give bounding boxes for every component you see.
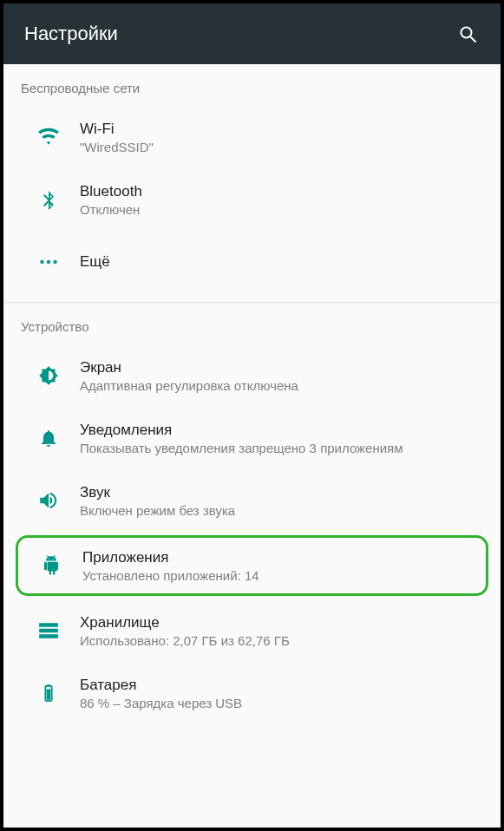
svg-point-3 xyxy=(47,260,50,264)
settings-item-battery[interactable]: Батарея 86 % – Зарядка через USB xyxy=(3,662,501,724)
item-subtitle: Использовано: 2,07 ГБ из 62,76 ГБ xyxy=(80,633,487,648)
storage-icon xyxy=(17,619,80,642)
svg-point-4 xyxy=(53,260,56,264)
item-title: Звук xyxy=(80,484,487,501)
highlighted-item: Приложения Установлено приложений: 14 xyxy=(16,535,488,596)
settings-item-more[interactable]: Ещё xyxy=(3,231,501,293)
item-subtitle: Установлено приложений: 14 xyxy=(82,568,484,583)
settings-item-display[interactable]: Экран Адаптивная регулировка отключена xyxy=(3,344,501,407)
settings-item-bluetooth[interactable]: Bluetooth Отключен xyxy=(3,168,501,231)
item-subtitle: "WiredSSID" xyxy=(80,140,487,154)
section-header-wireless: Беспроводные сети xyxy=(3,64,501,106)
item-subtitle: Показывать уведомления запрещено 3 прило… xyxy=(80,441,487,455)
appbar: Настройки xyxy=(3,3,501,64)
settings-item-sound[interactable]: Звук Включен режим без звука xyxy=(3,469,501,532)
item-title: Батарея xyxy=(80,677,487,694)
settings-list[interactable]: Беспроводные сети Wi-Fi "WiredSSID" Blue… xyxy=(3,64,501,724)
settings-item-notifications[interactable]: Уведомления Показывать уведомления запре… xyxy=(3,407,501,469)
search-icon xyxy=(457,23,478,44)
volume-icon xyxy=(17,489,80,512)
svg-rect-7 xyxy=(47,689,51,699)
svg-line-1 xyxy=(470,36,475,42)
item-title: Ещё xyxy=(80,253,487,271)
item-title: Bluetooth xyxy=(80,183,487,200)
item-title: Экран xyxy=(80,359,487,376)
settings-item-apps[interactable]: Приложения Установлено приложений: 14 xyxy=(18,538,486,593)
settings-item-wifi[interactable]: Wi-Fi "WiredSSID" xyxy=(3,106,501,168)
item-subtitle: 86 % – Зарядка через USB xyxy=(80,696,487,710)
bell-icon xyxy=(17,427,80,449)
brightness-icon xyxy=(17,364,80,387)
wifi-icon xyxy=(17,126,80,148)
item-title: Хранилище xyxy=(80,614,487,631)
apps-icon xyxy=(20,554,82,577)
item-subtitle: Включен режим без звука xyxy=(80,503,487,518)
search-button[interactable] xyxy=(455,22,480,46)
bluetooth-icon xyxy=(17,188,80,211)
page-title: Настройки xyxy=(24,23,118,45)
svg-point-2 xyxy=(40,260,43,264)
battery-icon xyxy=(17,681,80,705)
section-header-device: Устройство xyxy=(3,303,501,344)
more-icon xyxy=(17,251,80,273)
item-title: Wi-Fi xyxy=(80,121,487,138)
settings-screen: Настройки Беспроводные сети Wi-Fi "Wired… xyxy=(0,0,504,831)
svg-rect-6 xyxy=(48,684,50,686)
item-title: Уведомления xyxy=(80,422,487,439)
settings-item-storage[interactable]: Хранилище Использовано: 2,07 ГБ из 62,76… xyxy=(3,599,501,662)
item-subtitle: Отключен xyxy=(80,202,487,217)
item-subtitle: Адаптивная регулировка отключена xyxy=(80,378,487,393)
item-title: Приложения xyxy=(82,549,484,566)
